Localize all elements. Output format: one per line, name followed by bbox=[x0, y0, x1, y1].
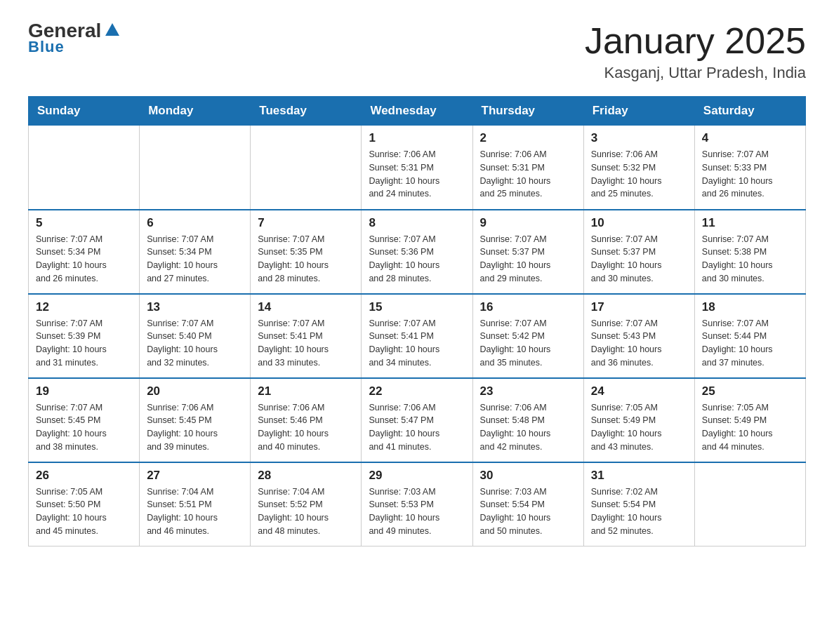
calendar-cell: 10Sunrise: 7:07 AMSunset: 5:37 PMDayligh… bbox=[583, 210, 694, 294]
day-info: Sunrise: 7:05 AMSunset: 5:49 PMDaylight:… bbox=[591, 401, 687, 454]
calendar-cell: 21Sunrise: 7:06 AMSunset: 5:46 PMDayligh… bbox=[251, 378, 362, 462]
calendar-cell: 11Sunrise: 7:07 AMSunset: 5:38 PMDayligh… bbox=[694, 210, 805, 294]
calendar-cell: 1Sunrise: 7:06 AMSunset: 5:31 PMDaylight… bbox=[362, 126, 472, 210]
calendar-week-row: 5Sunrise: 7:07 AMSunset: 5:34 PMDaylight… bbox=[29, 210, 806, 294]
day-number: 2 bbox=[480, 131, 576, 145]
day-number: 18 bbox=[702, 300, 798, 314]
day-number: 5 bbox=[36, 216, 132, 230]
day-info: Sunrise: 7:06 AMSunset: 5:32 PMDaylight:… bbox=[591, 148, 687, 201]
calendar-cell: 6Sunrise: 7:07 AMSunset: 5:34 PMDaylight… bbox=[140, 210, 251, 294]
day-number: 15 bbox=[369, 300, 465, 314]
day-number: 3 bbox=[591, 131, 687, 145]
day-header-tuesday: Tuesday bbox=[251, 97, 362, 126]
calendar-cell: 31Sunrise: 7:02 AMSunset: 5:54 PMDayligh… bbox=[583, 462, 694, 546]
day-info: Sunrise: 7:07 AMSunset: 5:42 PMDaylight:… bbox=[480, 317, 576, 370]
day-info: Sunrise: 7:05 AMSunset: 5:49 PMDaylight:… bbox=[702, 401, 798, 454]
calendar-table: SundayMondayTuesdayWednesdayThursdayFrid… bbox=[28, 96, 806, 546]
calendar-cell bbox=[694, 462, 805, 546]
day-number: 9 bbox=[480, 216, 576, 230]
day-info: Sunrise: 7:06 AMSunset: 5:45 PMDaylight:… bbox=[147, 401, 243, 454]
day-info: Sunrise: 7:04 AMSunset: 5:51 PMDaylight:… bbox=[147, 485, 243, 538]
day-header-sunday: Sunday bbox=[29, 97, 140, 126]
day-number: 26 bbox=[36, 469, 132, 483]
calendar-cell: 7Sunrise: 7:07 AMSunset: 5:35 PMDaylight… bbox=[251, 210, 362, 294]
calendar-week-row: 19Sunrise: 7:07 AMSunset: 5:45 PMDayligh… bbox=[29, 378, 806, 462]
day-number: 29 bbox=[369, 469, 465, 483]
day-number: 14 bbox=[258, 300, 354, 314]
day-info: Sunrise: 7:03 AMSunset: 5:53 PMDaylight:… bbox=[369, 485, 465, 538]
day-header-wednesday: Wednesday bbox=[362, 97, 472, 126]
calendar-cell: 22Sunrise: 7:06 AMSunset: 5:47 PMDayligh… bbox=[362, 378, 472, 462]
calendar-cell: 9Sunrise: 7:07 AMSunset: 5:37 PMDaylight… bbox=[472, 210, 583, 294]
day-number: 25 bbox=[702, 384, 798, 398]
calendar-cell: 13Sunrise: 7:07 AMSunset: 5:40 PMDayligh… bbox=[140, 294, 251, 378]
day-header-saturday: Saturday bbox=[694, 97, 805, 126]
calendar-cell: 25Sunrise: 7:05 AMSunset: 5:49 PMDayligh… bbox=[694, 378, 805, 462]
logo-triangle-icon bbox=[102, 19, 122, 39]
svg-marker-0 bbox=[105, 23, 119, 36]
day-info: Sunrise: 7:03 AMSunset: 5:54 PMDaylight:… bbox=[480, 485, 576, 538]
day-number: 19 bbox=[36, 384, 132, 398]
calendar-cell: 19Sunrise: 7:07 AMSunset: 5:45 PMDayligh… bbox=[29, 378, 140, 462]
day-info: Sunrise: 7:07 AMSunset: 5:37 PMDaylight:… bbox=[480, 233, 576, 286]
day-info: Sunrise: 7:07 AMSunset: 5:41 PMDaylight:… bbox=[258, 317, 354, 370]
day-number: 8 bbox=[369, 216, 465, 230]
day-number: 7 bbox=[258, 216, 354, 230]
calendar-cell bbox=[29, 126, 140, 210]
day-header-friday: Friday bbox=[583, 97, 694, 126]
day-header-monday: Monday bbox=[140, 97, 251, 126]
day-info: Sunrise: 7:02 AMSunset: 5:54 PMDaylight:… bbox=[591, 485, 687, 538]
day-info: Sunrise: 7:04 AMSunset: 5:52 PMDaylight:… bbox=[258, 485, 354, 538]
calendar-cell: 4Sunrise: 7:07 AMSunset: 5:33 PMDaylight… bbox=[694, 126, 805, 210]
calendar-cell: 15Sunrise: 7:07 AMSunset: 5:41 PMDayligh… bbox=[362, 294, 472, 378]
day-info: Sunrise: 7:07 AMSunset: 5:34 PMDaylight:… bbox=[147, 233, 243, 286]
day-info: Sunrise: 7:07 AMSunset: 5:39 PMDaylight:… bbox=[36, 317, 132, 370]
calendar-cell: 23Sunrise: 7:06 AMSunset: 5:48 PMDayligh… bbox=[472, 378, 583, 462]
logo: General Blue bbox=[28, 21, 122, 56]
day-info: Sunrise: 7:07 AMSunset: 5:41 PMDaylight:… bbox=[369, 317, 465, 370]
calendar-cell: 5Sunrise: 7:07 AMSunset: 5:34 PMDaylight… bbox=[29, 210, 140, 294]
calendar-cell: 16Sunrise: 7:07 AMSunset: 5:42 PMDayligh… bbox=[472, 294, 583, 378]
day-number: 30 bbox=[480, 469, 576, 483]
day-number: 16 bbox=[480, 300, 576, 314]
calendar-title: January 2025 bbox=[585, 21, 806, 61]
day-number: 17 bbox=[591, 300, 687, 314]
calendar-cell: 27Sunrise: 7:04 AMSunset: 5:51 PMDayligh… bbox=[140, 462, 251, 546]
day-number: 1 bbox=[369, 131, 465, 145]
day-number: 20 bbox=[147, 384, 243, 398]
calendar-cell: 24Sunrise: 7:05 AMSunset: 5:49 PMDayligh… bbox=[583, 378, 694, 462]
day-info: Sunrise: 7:07 AMSunset: 5:43 PMDaylight:… bbox=[591, 317, 687, 370]
calendar-cell: 20Sunrise: 7:06 AMSunset: 5:45 PMDayligh… bbox=[140, 378, 251, 462]
day-info: Sunrise: 7:07 AMSunset: 5:34 PMDaylight:… bbox=[36, 233, 132, 286]
day-info: Sunrise: 7:07 AMSunset: 5:33 PMDaylight:… bbox=[702, 148, 798, 201]
calendar-subtitle: Kasganj, Uttar Pradesh, India bbox=[585, 64, 806, 82]
calendar-week-row: 12Sunrise: 7:07 AMSunset: 5:39 PMDayligh… bbox=[29, 294, 806, 378]
calendar-header-row: SundayMondayTuesdayWednesdayThursdayFrid… bbox=[29, 97, 806, 126]
day-header-thursday: Thursday bbox=[472, 97, 583, 126]
calendar-cell bbox=[251, 126, 362, 210]
calendar-cell: 12Sunrise: 7:07 AMSunset: 5:39 PMDayligh… bbox=[29, 294, 140, 378]
day-info: Sunrise: 7:07 AMSunset: 5:45 PMDaylight:… bbox=[36, 401, 132, 454]
calendar-cell: 8Sunrise: 7:07 AMSunset: 5:36 PMDaylight… bbox=[362, 210, 472, 294]
day-info: Sunrise: 7:05 AMSunset: 5:50 PMDaylight:… bbox=[36, 485, 132, 538]
calendar-week-row: 26Sunrise: 7:05 AMSunset: 5:50 PMDayligh… bbox=[29, 462, 806, 546]
day-info: Sunrise: 7:07 AMSunset: 5:36 PMDaylight:… bbox=[369, 233, 465, 286]
day-number: 11 bbox=[702, 216, 798, 230]
day-number: 23 bbox=[480, 384, 576, 398]
calendar-cell: 29Sunrise: 7:03 AMSunset: 5:53 PMDayligh… bbox=[362, 462, 472, 546]
logo-blue-text: Blue bbox=[28, 38, 65, 56]
day-number: 31 bbox=[591, 469, 687, 483]
day-info: Sunrise: 7:07 AMSunset: 5:37 PMDaylight:… bbox=[591, 233, 687, 286]
day-number: 13 bbox=[147, 300, 243, 314]
day-number: 21 bbox=[258, 384, 354, 398]
day-info: Sunrise: 7:07 AMSunset: 5:38 PMDaylight:… bbox=[702, 233, 798, 286]
day-info: Sunrise: 7:06 AMSunset: 5:47 PMDaylight:… bbox=[369, 401, 465, 454]
day-info: Sunrise: 7:06 AMSunset: 5:31 PMDaylight:… bbox=[369, 148, 465, 201]
calendar-cell: 2Sunrise: 7:06 AMSunset: 5:31 PMDaylight… bbox=[472, 126, 583, 210]
day-info: Sunrise: 7:06 AMSunset: 5:46 PMDaylight:… bbox=[258, 401, 354, 454]
day-number: 27 bbox=[147, 469, 243, 483]
day-number: 22 bbox=[369, 384, 465, 398]
title-block: January 2025 Kasganj, Uttar Pradesh, Ind… bbox=[585, 21, 806, 82]
day-info: Sunrise: 7:07 AMSunset: 5:44 PMDaylight:… bbox=[702, 317, 798, 370]
page-header: General Blue January 2025 Kasganj, Uttar… bbox=[28, 21, 806, 82]
